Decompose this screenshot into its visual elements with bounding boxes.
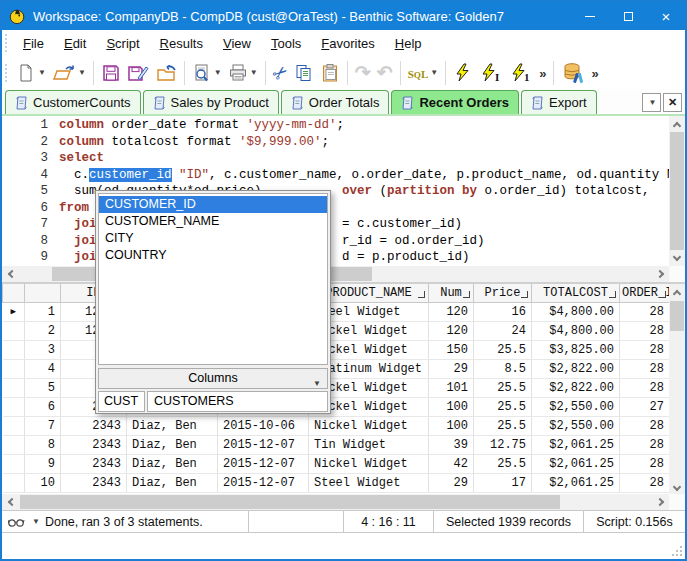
cell-price[interactable]: 25.5 xyxy=(474,397,532,416)
cell-rownum[interactable]: 8 xyxy=(25,435,61,454)
cell-total[interactable]: $2,061.25 xyxy=(532,435,620,454)
cell-total[interactable]: $4,800.00 xyxy=(532,321,620,340)
paste-button[interactable] xyxy=(318,60,342,86)
row-indicator-cell[interactable] xyxy=(3,435,25,454)
cell-num[interactable]: 120 xyxy=(429,321,474,340)
scroll-up-button[interactable] xyxy=(669,116,685,132)
editor-line-4[interactable]: 4 c.customer_id "ID", c.customer_name, o… xyxy=(2,167,669,184)
tab-list-dropdown-button[interactable]: ▼ xyxy=(642,93,661,112)
cell-total[interactable]: $2,550.00 xyxy=(532,397,620,416)
cell-rownum[interactable]: 1 xyxy=(25,302,61,321)
cell-total[interactable]: $2,822.00 xyxy=(532,378,620,397)
editor-vertical-scrollbar[interactable] xyxy=(669,116,685,266)
minimize-button[interactable] xyxy=(571,2,609,30)
cell-id[interactable]: 2343 xyxy=(61,416,127,435)
cell-price[interactable]: 17 xyxy=(474,473,532,492)
cell-customer[interactable]: Diaz, Ben xyxy=(127,473,218,492)
cell-price[interactable]: 25.5 xyxy=(474,340,532,359)
column-menu-icon[interactable] xyxy=(463,291,470,298)
scroll-down-button[interactable] xyxy=(669,250,685,266)
cell-customer[interactable]: Diaz, Ben xyxy=(127,435,218,454)
scroll-left-button[interactable] xyxy=(2,266,18,282)
cell-id[interactable]: 2343 xyxy=(61,435,127,454)
cell-order[interactable]: 28 xyxy=(620,321,670,340)
tab-sales-by-product[interactable]: Sales by Product xyxy=(143,90,279,114)
cell-product[interactable]: Tin Widget xyxy=(309,435,429,454)
cell-rownum[interactable]: 9 xyxy=(25,454,61,473)
editor-line-2[interactable]: 2column totalcost format '$9,999.00'; xyxy=(2,134,669,151)
cell-total[interactable]: $2,061.25 xyxy=(532,473,620,492)
column-header-order[interactable]: ORDER_I xyxy=(620,284,670,302)
cell-num[interactable]: 101 xyxy=(429,378,474,397)
cell-price[interactable]: 8.5 xyxy=(474,359,532,378)
cell-order[interactable]: 28 xyxy=(620,416,670,435)
cut-button[interactable]: ✂ xyxy=(271,60,290,86)
menu-help[interactable]: Help xyxy=(385,33,432,54)
cell-order[interactable]: 28 xyxy=(620,473,670,492)
cell-total[interactable]: $3,825.00 xyxy=(532,340,620,359)
menu-favorites[interactable]: Favorites xyxy=(311,33,384,54)
editor-line-1[interactable]: 1column order_date format 'yyyy-mm-dd'; xyxy=(2,117,669,134)
row-indicator-header[interactable] xyxy=(3,284,25,302)
tab-recent-orders[interactable]: Recent Orders xyxy=(391,90,519,114)
toolbar-gripper[interactable] xyxy=(5,64,9,82)
open-file-dropdown-arrow[interactable]: ▼ xyxy=(78,68,86,77)
cell-id[interactable]: 2343 xyxy=(61,454,127,473)
overflow-chevron-button[interactable]: » xyxy=(589,60,600,86)
cell-rownum[interactable]: 10 xyxy=(25,473,61,492)
column-menu-icon[interactable] xyxy=(418,291,425,298)
cell-num[interactable]: 42 xyxy=(429,454,474,473)
tab-customercounts[interactable]: CustomerCounts xyxy=(5,90,141,114)
cell-date[interactable]: 2015-10-06 xyxy=(218,416,309,435)
row-indicator-cell[interactable] xyxy=(3,378,25,397)
table-row[interactable]: 82343Diaz, Ben2015-12-07Tin Widget3912.7… xyxy=(3,435,670,454)
row-indicator-cell[interactable] xyxy=(3,473,25,492)
table-row[interactable]: 72343Diaz, Ben2015-10-06Nickel Widget100… xyxy=(3,416,670,435)
column-header-rownum[interactable] xyxy=(25,284,61,302)
new-file-button[interactable]: ▼ xyxy=(14,60,48,86)
autocomplete-list[interactable]: CUSTOMER_IDCUSTOMER_NAMECITYCOUNTRY xyxy=(98,193,328,365)
cell-order[interactable]: 28 xyxy=(620,359,670,378)
print-button[interactable]: ▼ xyxy=(226,60,260,86)
menu-tools[interactable]: Tools xyxy=(261,33,311,54)
database-tools-button[interactable] xyxy=(559,60,587,86)
column-header-num[interactable]: Num xyxy=(429,284,474,302)
row-indicator-cell[interactable] xyxy=(3,397,25,416)
scrollbar-thumb[interactable] xyxy=(670,132,684,250)
cell-product[interactable]: Steel Widget xyxy=(309,473,429,492)
cell-price[interactable]: 25.5 xyxy=(474,454,532,473)
cell-order[interactable]: 28 xyxy=(620,435,670,454)
cell-product[interactable]: Nickel Widget xyxy=(309,416,429,435)
menubar-gripper[interactable] xyxy=(5,34,9,52)
autocomplete-item-customer-id[interactable]: CUSTOMER_ID xyxy=(99,196,327,213)
autocomplete-item-customer-name[interactable]: CUSTOMER_NAME xyxy=(99,213,327,230)
sql-button[interactable]: SQL▼ xyxy=(406,60,441,86)
cell-rownum[interactable]: 2 xyxy=(25,321,61,340)
print-preview-button[interactable]: ▼ xyxy=(190,60,224,86)
column-menu-icon[interactable] xyxy=(659,291,666,298)
cell-order[interactable]: 28 xyxy=(620,378,670,397)
autocomplete-category-dropdown[interactable]: Columns ▼ xyxy=(98,368,328,389)
tab-export[interactable]: Export xyxy=(521,90,597,114)
cell-price[interactable]: 16 xyxy=(474,302,532,321)
column-header-total[interactable]: TOTALCOST xyxy=(532,284,620,302)
scroll-left-button[interactable] xyxy=(2,494,18,510)
tab-order-totals[interactable]: Order Totals xyxy=(281,90,390,114)
revert-file-button[interactable] xyxy=(153,60,179,86)
cell-order[interactable]: 27 xyxy=(620,397,670,416)
cell-rownum[interactable]: 4 xyxy=(25,359,61,378)
scrollbar-thumb[interactable] xyxy=(670,301,684,331)
row-indicator-cell[interactable] xyxy=(3,454,25,473)
cell-num[interactable]: 29 xyxy=(429,359,474,378)
cell-rownum[interactable]: 5 xyxy=(25,378,61,397)
cell-total[interactable]: $4,800.00 xyxy=(532,302,620,321)
print-dropdown-arrow[interactable]: ▼ xyxy=(250,68,258,77)
scroll-right-button[interactable] xyxy=(653,266,669,282)
cell-price[interactable]: 25.5 xyxy=(474,378,532,397)
save-button[interactable] xyxy=(99,60,123,86)
close-tab-button[interactable]: ✕ xyxy=(663,93,682,112)
cell-id[interactable]: 2343 xyxy=(61,473,127,492)
sql-dropdown-arrow[interactable]: ▼ xyxy=(430,68,438,77)
cell-order[interactable]: 28 xyxy=(620,340,670,359)
column-menu-icon[interactable] xyxy=(609,291,616,298)
